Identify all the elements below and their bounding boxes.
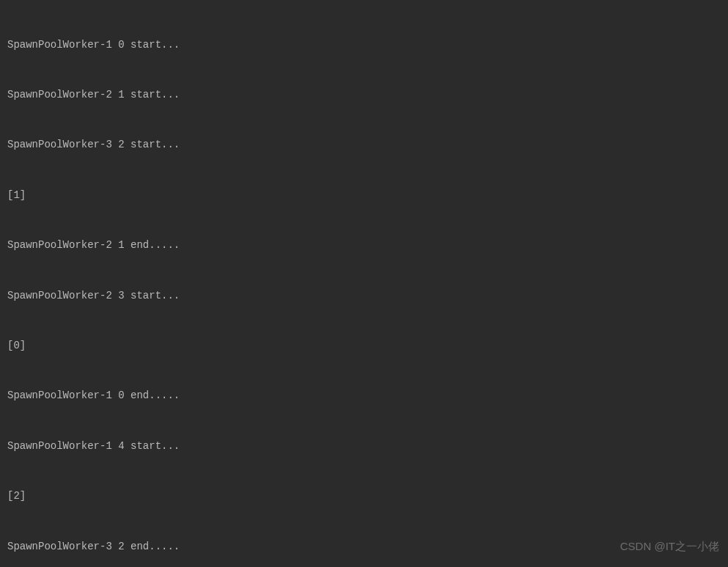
console-line: SpawnPoolWorker-1 0 end..... bbox=[7, 387, 721, 404]
watermark: CSDN @IT之一小佬 bbox=[620, 538, 719, 555]
console-line: SpawnPoolWorker-1 4 start... bbox=[7, 438, 721, 455]
console-line: SpawnPoolWorker-1 0 start... bbox=[7, 37, 721, 54]
console-line: SpawnPoolWorker-2 1 start... bbox=[7, 87, 721, 103]
console-line: [0] bbox=[7, 337, 721, 354]
console-line: [1] bbox=[7, 187, 721, 204]
console-line: SpawnPoolWorker-2 1 end..... bbox=[7, 237, 721, 254]
console-line: SpawnPoolWorker-2 3 start... bbox=[7, 288, 721, 304]
console-output: SpawnPoolWorker-1 0 start... SpawnPoolWo… bbox=[7, 3, 721, 567]
console-line: [2] bbox=[7, 488, 721, 505]
console-line: SpawnPoolWorker-3 2 end..... bbox=[7, 538, 721, 555]
console-line: SpawnPoolWorker-3 2 start... bbox=[7, 136, 721, 153]
